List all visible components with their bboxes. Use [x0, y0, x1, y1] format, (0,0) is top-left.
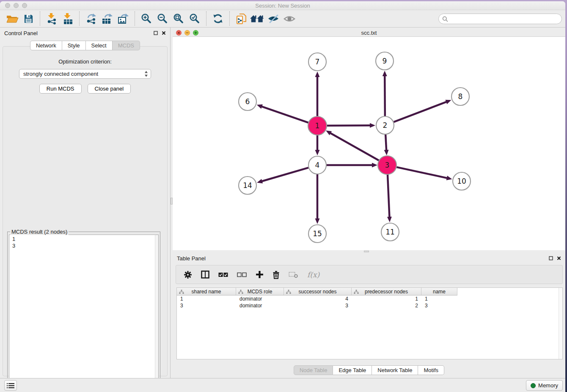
open-session-icon[interactable]	[4, 11, 20, 26]
graph-edge-4-14[interactable]	[261, 168, 308, 181]
zoom-fit-icon[interactable]	[171, 11, 187, 26]
zoom-window-button[interactable]	[22, 3, 27, 8]
table-header-row: shared nameMCDS rolesuccessor nodesprede…	[177, 288, 457, 295]
delete-column-trash-icon[interactable]	[272, 271, 280, 279]
window-controls	[5, 3, 27, 8]
run-mcds-button[interactable]: Run MCDS	[39, 84, 82, 94]
table-settings-gear-icon[interactable]	[184, 271, 192, 279]
deselect-all-checkboxes-icon[interactable]	[237, 272, 247, 277]
network-canvas-svg: 7968124314101511	[173, 37, 565, 250]
import-network-icon[interactable]	[44, 11, 60, 26]
tab-mcds[interactable]: MCDS	[113, 41, 140, 50]
result-line: 3	[12, 243, 158, 249]
close-panel-icon[interactable]	[162, 31, 166, 35]
table-cell[interactable]: 3	[421, 302, 457, 309]
tab-edge-table[interactable]: Edge Table	[333, 365, 372, 375]
close-window-button[interactable]	[5, 3, 10, 8]
network-canvas[interactable]: 7968124314101511	[173, 37, 565, 250]
table-cell[interactable]: 1	[177, 295, 236, 302]
graph-edge-arrowhead	[257, 105, 263, 109]
float-panel-icon[interactable]	[154, 31, 158, 35]
mcds-result-text[interactable]: 13	[9, 235, 159, 387]
table-panel-title: Table Panel	[177, 255, 206, 262]
toolbar-separator	[206, 11, 206, 26]
network-window-title: scc.txt	[361, 30, 377, 36]
refresh-icon[interactable]	[210, 11, 226, 26]
dropdown-stepper-icon	[144, 71, 148, 77]
maximize-network-button[interactable]	[193, 30, 198, 36]
export-image-icon[interactable]	[115, 11, 131, 26]
result-scrollbar[interactable]	[155, 235, 159, 387]
search-field[interactable]	[438, 14, 562, 24]
graph-edge-2-8[interactable]	[394, 102, 447, 122]
criterion-dropdown[interactable]: strongly connected component	[19, 69, 151, 79]
graph-edge-3-1[interactable]	[330, 133, 379, 161]
graph-node-label: 9	[383, 57, 387, 65]
app-titlebar: Session: New Session	[0, 1, 565, 10]
graph-edge-1-2[interactable]	[327, 125, 371, 126]
tab-network-table[interactable]: Network Table	[372, 365, 418, 375]
select-all-checkboxes-icon[interactable]	[218, 272, 228, 277]
export-network-icon[interactable]	[83, 11, 99, 26]
import-table-icon[interactable]	[60, 11, 76, 26]
column-header-shared-name[interactable]: shared name	[177, 288, 236, 295]
clone-network-icon[interactable]	[233, 11, 249, 26]
splitter-grip[interactable]	[364, 251, 369, 252]
graph-edge-1-6[interactable]	[261, 106, 308, 123]
show-columns-icon[interactable]	[201, 271, 209, 279]
column-header-MCDS-role[interactable]: MCDS role	[236, 288, 284, 295]
network-window-titlebar: scc.txt	[173, 29, 565, 37]
table-scrollbar[interactable]	[559, 288, 562, 359]
graph-edge-3-11[interactable]	[388, 174, 390, 218]
export-table-icon[interactable]	[99, 11, 115, 26]
tab-node-table[interactable]: Node Table	[294, 365, 333, 375]
table-row[interactable]: 1dominator411	[177, 295, 457, 302]
optimization-criterion-label: Optimization criterion:	[3, 58, 167, 65]
tab-select[interactable]: Select	[86, 41, 113, 50]
tab-style[interactable]: Style	[62, 41, 86, 50]
minimize-network-button[interactable]	[184, 30, 190, 36]
graph-edge-arrowhead	[315, 218, 320, 224]
table-row[interactable]: 3dominator323	[177, 302, 457, 309]
column-header-predecessor-nodes[interactable]: predecessor nodes	[352, 288, 421, 295]
graph-edge-3-10[interactable]	[396, 167, 448, 178]
graph-node-label: 3	[385, 161, 390, 169]
save-session-icon[interactable]	[20, 11, 36, 26]
close-panel-button[interactable]: Close panel	[88, 84, 131, 94]
task-history-button[interactable]	[4, 380, 17, 391]
column-header-name[interactable]: name	[421, 288, 457, 295]
table-cell[interactable]: dominator	[236, 295, 284, 302]
list-icon	[7, 383, 14, 389]
home-icon[interactable]	[249, 11, 265, 26]
table-cell[interactable]: 4	[284, 295, 352, 302]
graph-edge-arrowhead	[445, 100, 451, 104]
table-cell[interactable]: 1	[421, 295, 457, 302]
table-cell[interactable]: dominator	[236, 302, 284, 309]
zoom-selected-icon[interactable]	[187, 11, 203, 26]
table-cell[interactable]: 3	[284, 302, 352, 309]
zoom-in-icon[interactable]	[138, 11, 154, 26]
graph-edge-arrowhead	[446, 176, 452, 180]
table-cell[interactable]: 2	[352, 302, 421, 309]
create-column-icon[interactable]	[256, 271, 264, 279]
zoom-out-icon[interactable]	[154, 11, 171, 26]
minimize-window-button[interactable]	[14, 3, 19, 8]
table-cell[interactable]: 3	[177, 302, 236, 309]
close-panel-icon[interactable]	[557, 256, 561, 260]
graph-node-label: 15	[313, 229, 322, 238]
toolbar-separator	[40, 11, 40, 26]
tab-network[interactable]: Network	[30, 41, 62, 50]
memory-button[interactable]: Memory	[526, 380, 563, 391]
tab-motifs[interactable]: Motifs	[418, 365, 444, 375]
show-graphics-icon[interactable]	[281, 11, 297, 26]
table-body: 1dominator4113dominator323	[177, 295, 562, 309]
column-header-successor-nodes[interactable]: successor nodes	[284, 288, 352, 295]
app-window: Session: New Session	[0, 1, 565, 392]
close-network-button[interactable]	[176, 30, 182, 36]
graph-edge-2-9[interactable]	[385, 75, 385, 116]
hide-graphics-icon[interactable]	[265, 11, 281, 26]
float-panel-icon[interactable]	[549, 256, 553, 260]
search-input[interactable]	[450, 16, 561, 22]
table-cell[interactable]: 1	[352, 295, 421, 302]
graph-edge-2-3[interactable]	[385, 135, 386, 151]
